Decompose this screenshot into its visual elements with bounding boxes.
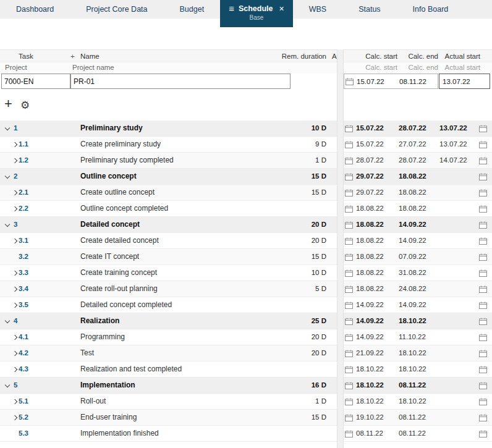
project-calc-start[interactable]: 15.07.22: [357, 78, 399, 85]
task-id[interactable]: 3.4: [19, 281, 28, 297]
task-rem-duration[interactable]: 1 D: [266, 153, 326, 168]
calendar-icon[interactable]: [479, 253, 487, 261]
calendar-icon[interactable]: [479, 350, 487, 357]
tab-wbs[interactable]: WBS: [293, 0, 342, 19]
task-id[interactable]: 4: [14, 313, 17, 329]
calendar-icon[interactable]: [345, 189, 353, 197]
task-calc-start[interactable]: 18.08.22: [356, 265, 397, 281]
task-rem-duration[interactable]: 20 D: [266, 233, 326, 248]
chevron-right-icon[interactable]: [11, 297, 19, 313]
calendar-icon[interactable]: [479, 141, 487, 148]
task-rem-duration[interactable]: 15 D: [266, 410, 326, 425]
calendar-icon[interactable]: [479, 189, 487, 197]
task-calc-end[interactable]: 07.09.22: [399, 249, 438, 264]
task-calc-start[interactable]: 14.09.22: [356, 329, 397, 345]
task-name[interactable]: Test: [80, 345, 94, 361]
task-calc-end[interactable]: 18.10.22: [399, 345, 438, 361]
task-name[interactable]: Implementation finished: [80, 426, 159, 441]
chevron-right-icon[interactable]: [11, 329, 19, 345]
task-calc-end[interactable]: 27.07.22: [399, 137, 438, 152]
task-rem-duration[interactable]: 1 D: [266, 394, 326, 409]
task-calc-end[interactable]: 14.09.22: [399, 217, 438, 232]
close-icon[interactable]: ×: [279, 4, 284, 14]
task-name[interactable]: Preliminary study: [80, 120, 143, 136]
task-rem-duration[interactable]: 16 D: [266, 378, 326, 393]
calendar-icon[interactable]: [479, 318, 487, 325]
task-id[interactable]: 5.1: [19, 394, 28, 409]
chevron-down-icon[interactable]: [3, 313, 12, 329]
task-name[interactable]: End-user training: [80, 410, 137, 425]
tab-project-core-data[interactable]: Project Core Data: [70, 0, 163, 19]
chevron-right-icon[interactable]: [11, 233, 19, 248]
chevron-right-icon[interactable]: [11, 361, 19, 377]
task-id[interactable]: 3.3: [19, 265, 28, 281]
project-actual-start-field[interactable]: 13.07.22: [439, 74, 490, 89]
task-id[interactable]: 5.2: [19, 410, 28, 425]
calendar-icon[interactable]: [345, 318, 353, 325]
chevron-down-icon[interactable]: [3, 217, 12, 232]
task-calc-end[interactable]: 31.08.22: [399, 265, 438, 281]
task-calc-end[interactable]: 18.08.22: [399, 185, 438, 200]
chevron-down-icon[interactable]: [3, 378, 12, 393]
calendar-icon[interactable]: [345, 253, 353, 261]
col-truncated-a[interactable]: A: [332, 50, 337, 62]
col-actual-start[interactable]: Actual start: [439, 50, 480, 62]
calendar-icon[interactable]: [479, 205, 487, 213]
pane-splitter[interactable]: [337, 49, 344, 448]
task-id[interactable]: 1.2: [19, 153, 28, 168]
task-id[interactable]: 2.1: [19, 185, 28, 200]
task-name[interactable]: Preliminary study completed: [80, 153, 174, 168]
task-calc-start[interactable]: 18.10.22: [356, 361, 397, 377]
task-calc-start[interactable]: 18.08.22: [356, 249, 397, 264]
tab-info-board[interactable]: Info Board: [397, 0, 465, 19]
chevron-right-icon[interactable]: [11, 281, 19, 297]
task-calc-end[interactable]: 08.11.22: [399, 410, 438, 425]
calendar-icon[interactable]: [345, 285, 353, 293]
task-calc-start[interactable]: 19.10.22: [356, 410, 397, 425]
calendar-icon[interactable]: [479, 285, 487, 293]
task-name[interactable]: Roll-out: [80, 394, 106, 409]
task-calc-end[interactable]: 18.08.22: [399, 169, 438, 184]
task-rem-duration[interactable]: 15 D: [266, 169, 326, 184]
calendar-icon[interactable]: [479, 125, 487, 132]
task-name[interactable]: Create outline concept: [80, 185, 155, 200]
task-calc-end[interactable]: 18.10.22: [399, 313, 438, 329]
chevron-right-icon[interactable]: [11, 265, 19, 281]
calendar-icon[interactable]: [345, 269, 353, 277]
task-calc-start[interactable]: 14.09.22: [356, 313, 397, 329]
task-name[interactable]: Create IT concept: [80, 249, 139, 264]
task-name[interactable]: Realization and test completed: [80, 361, 182, 377]
chevron-right-icon[interactable]: [11, 201, 19, 216]
task-id[interactable]: 3.5: [19, 297, 28, 313]
calendar-icon[interactable]: [479, 221, 487, 229]
col-calc-end[interactable]: Calc. end: [399, 50, 438, 62]
calendar-icon[interactable]: [345, 302, 353, 309]
task-calc-end[interactable]: 28.07.22: [399, 153, 438, 168]
task-name[interactable]: Realization: [80, 313, 119, 329]
calendar-icon[interactable]: [479, 157, 487, 164]
task-rem-duration[interactable]: 20 D: [266, 345, 326, 361]
task-name[interactable]: Create roll-out planning: [80, 281, 158, 297]
task-id[interactable]: 4.3: [19, 361, 28, 377]
calendar-icon[interactable]: [479, 398, 487, 405]
task-calc-start[interactable]: 18.08.22: [356, 281, 397, 297]
task-rem-duration[interactable]: 10 D: [266, 265, 326, 281]
chevron-right-icon[interactable]: [11, 153, 19, 168]
calendar-icon[interactable]: [345, 157, 353, 164]
task-id[interactable]: 2.2: [19, 201, 28, 216]
tab-schedule[interactable]: ≡Schedule×Base: [220, 0, 293, 27]
task-rem-duration[interactable]: 25 D: [266, 313, 326, 329]
task-name[interactable]: Programming: [80, 329, 125, 345]
calendar-icon[interactable]: [345, 334, 353, 341]
task-calc-end[interactable]: 14.09.22: [399, 297, 438, 313]
task-name[interactable]: Detailed concept: [80, 217, 140, 232]
project-calc-end[interactable]: 08.11.22: [399, 78, 436, 85]
calendar-icon[interactable]: [345, 382, 353, 389]
chevron-down-icon[interactable]: [3, 169, 12, 184]
task-name[interactable]: Create training concept: [80, 265, 157, 281]
calendar-icon[interactable]: [345, 125, 353, 132]
task-name[interactable]: Create preliminary study: [80, 137, 161, 152]
add-column-icon[interactable]: +: [70, 50, 75, 62]
calendar-icon[interactable]: [345, 173, 353, 180]
task-name[interactable]: Detailed concept completed: [80, 297, 172, 313]
